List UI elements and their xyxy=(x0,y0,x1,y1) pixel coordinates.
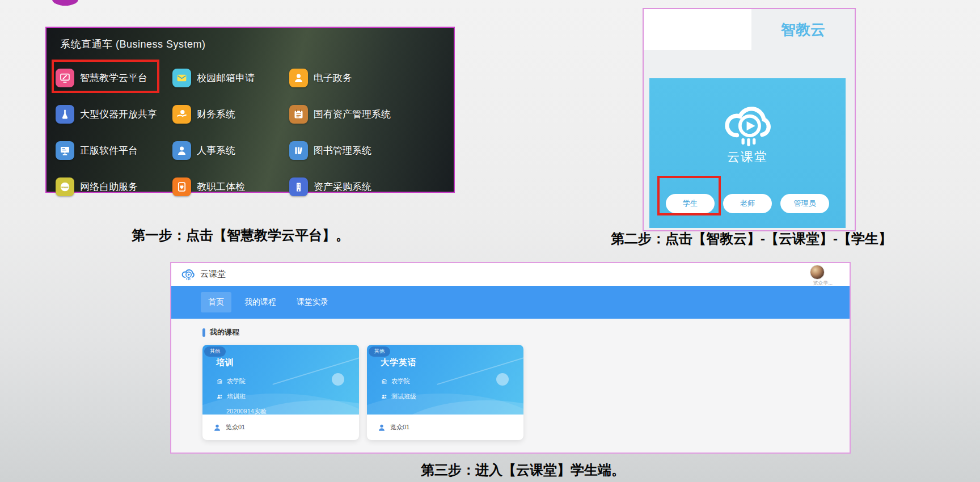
cloud-play-icon xyxy=(720,99,775,147)
course-title: 培训 xyxy=(216,357,234,368)
app-item-library-mgmt[interactable]: 图书管理系统 xyxy=(289,141,448,160)
course-tag-badge: 其他 xyxy=(369,346,390,357)
app-label: 正版软件平台 xyxy=(80,144,138,157)
instrument-icon xyxy=(56,105,74,124)
app-label: 教职工体检 xyxy=(197,180,245,193)
calendar-icon xyxy=(289,105,308,124)
course-class: 培训班 xyxy=(227,392,246,401)
course-class-row: 培训班 xyxy=(216,392,246,401)
health-icon xyxy=(172,177,191,196)
line-decoration xyxy=(272,356,359,385)
cloud-classroom-panel: 云课堂 览众学... 首页 我的课程 课堂实录 我的课程 其他 培训 xyxy=(170,262,851,454)
tab-zhijiaoyun[interactable]: 智教云 xyxy=(751,9,855,50)
course-card-cover: 其他 培训 农学院 培训班 20200914实验 xyxy=(202,345,359,415)
tab-home[interactable]: 首页 xyxy=(201,292,231,312)
app-item-instrument-sharing[interactable]: 大型仪器开放共享 xyxy=(56,105,172,124)
finance-icon xyxy=(172,105,191,124)
portal-logo: 云课堂 xyxy=(180,267,226,281)
app-item-staff-checkup[interactable]: 教职工体检 xyxy=(172,177,289,196)
app-label: 校园邮箱申请 xyxy=(197,71,255,84)
zhijiaoyun-panel: 智教云 云课堂 学生 老师 管理员 xyxy=(643,8,856,231)
app-label: 图书管理系统 xyxy=(314,144,371,157)
course-college: 农学院 xyxy=(391,377,410,386)
section-header: 我的课程 xyxy=(171,319,850,337)
app-item-campus-mail[interactable]: 校园邮箱申请 xyxy=(172,69,289,87)
app-label: 大型仪器开放共享 xyxy=(80,108,157,121)
circle-decoration xyxy=(496,373,509,386)
app-label: 财务系统 xyxy=(197,108,235,121)
course-title: 大学英语 xyxy=(381,357,417,368)
books-icon xyxy=(289,141,308,160)
portal-nav: 首页 我的课程 课堂实录 xyxy=(171,286,850,319)
app-item-network-selfservice[interactable]: www 网络自助服务 xyxy=(56,177,172,196)
app-label: 网络自助服务 xyxy=(80,180,138,193)
college-icon xyxy=(381,378,388,385)
teacher-button[interactable]: 老师 xyxy=(723,194,772,213)
portal-content: 我的课程 其他 培训 农学院 培训班 xyxy=(171,319,850,453)
course-member: 览众01 xyxy=(226,423,245,432)
avatar[interactable] xyxy=(810,265,825,280)
step2-caption: 第二步：点击【智教云】-【云课堂】-【学生】 xyxy=(611,230,892,248)
class-group-icon xyxy=(216,393,223,400)
class-group-icon xyxy=(381,393,388,400)
business-system-panel: 系统直通车 (Business System) 智慧教学云平台 校园邮箱申请 电… xyxy=(45,27,455,193)
blank-tab-area xyxy=(644,9,751,50)
portal-header: 云课堂 览众学... xyxy=(171,263,850,286)
building-icon xyxy=(289,177,308,196)
course-tag-badge: 其他 xyxy=(204,346,226,357)
app-item-hr-system[interactable]: 人事系统 xyxy=(172,141,289,160)
course-card-cover: 其他 大学英语 农学院 测试班级 xyxy=(367,345,523,415)
course-member: 览众01 xyxy=(390,423,409,432)
step3-caption: 第三步：进入【云课堂】学生端。 xyxy=(421,461,625,479)
panel-title: 系统直通车 (Business System) xyxy=(60,37,206,51)
section-title: 我的课程 xyxy=(210,327,239,337)
course-college: 农学院 xyxy=(227,377,246,386)
course-class: 测试班级 xyxy=(391,392,416,401)
step2-highlight-rectangle xyxy=(657,176,721,215)
app-label: 电子政务 xyxy=(314,71,352,84)
section-marker xyxy=(202,328,205,337)
app-item-e-government[interactable]: 电子政务 xyxy=(289,69,448,87)
admin-button[interactable]: 管理员 xyxy=(780,194,829,213)
person-icon xyxy=(172,141,191,160)
username: 览众学... xyxy=(813,280,833,287)
tab-my-courses[interactable]: 我的课程 xyxy=(237,292,284,312)
cloud-classroom-entry-card[interactable]: 云课堂 学生 老师 管理员 xyxy=(649,78,846,228)
globe-www-icon: www xyxy=(56,177,74,196)
student-person-icon xyxy=(377,423,386,432)
course-card-footer: 览众01 xyxy=(202,415,359,440)
course-card-list: 其他 培训 农学院 培训班 20200914实验 览众01 xyxy=(202,345,523,440)
course-note: 20200914实验 xyxy=(226,407,267,415)
person-icon xyxy=(289,69,308,87)
cloud-play-icon xyxy=(180,267,196,281)
app-label: 人事系统 xyxy=(197,144,235,157)
step1-caption: 第一步：点击【智慧教学云平台】。 xyxy=(132,226,349,244)
entry-card-title: 云课堂 xyxy=(649,149,846,166)
college-icon xyxy=(216,378,223,385)
student-person-icon xyxy=(213,423,222,432)
software-monitor-icon xyxy=(56,141,74,160)
app-label: 国有资产管理系统 xyxy=(314,108,391,121)
course-card-training[interactable]: 其他 培训 农学院 培训班 20200914实验 览众01 xyxy=(202,345,359,440)
app-label: 资产采购系统 xyxy=(314,180,371,193)
step1-highlight-rectangle xyxy=(52,60,159,93)
course-class-row: 测试班级 xyxy=(381,392,416,401)
portal-title: 云课堂 xyxy=(200,269,226,280)
app-item-state-asset-mgmt[interactable]: 国有资产管理系统 xyxy=(289,105,448,124)
course-card-footer: 览众01 xyxy=(367,415,523,440)
course-college-row: 农学院 xyxy=(381,377,410,386)
svg-text:www: www xyxy=(61,185,69,188)
course-college-row: 农学院 xyxy=(216,377,246,386)
app-item-licensed-software[interactable]: 正版软件平台 xyxy=(56,141,172,160)
tab-class-records[interactable]: 课堂实录 xyxy=(289,292,336,312)
line-decoration xyxy=(437,356,523,385)
app-item-finance-system[interactable]: 财务系统 xyxy=(172,105,289,124)
mail-icon xyxy=(172,69,191,87)
app-item-asset-procurement[interactable]: 资产采购系统 xyxy=(289,177,448,196)
course-card-college-english[interactable]: 其他 大学英语 农学院 测试班级 览众01 xyxy=(367,345,523,440)
circle-decoration xyxy=(332,373,344,386)
decorative-magenta-dot xyxy=(52,0,78,6)
